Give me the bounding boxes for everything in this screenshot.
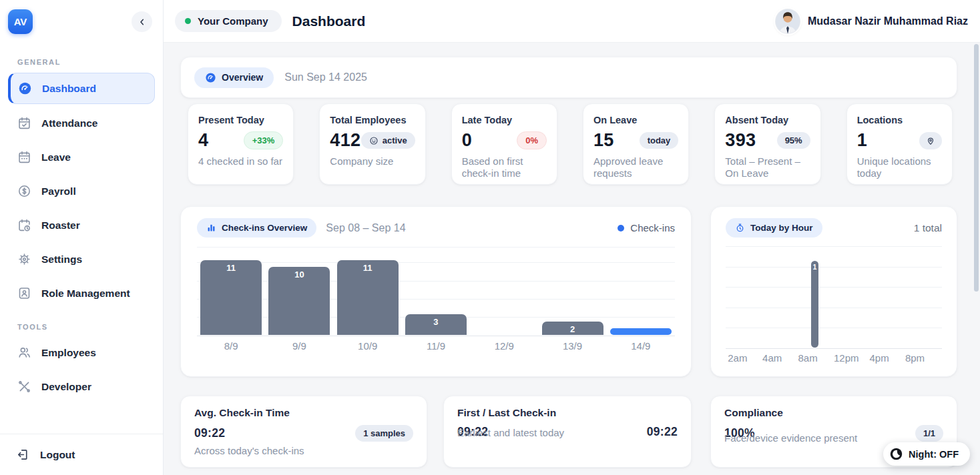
bar-value-label: 10: [294, 267, 304, 335]
users-icon: [17, 346, 31, 360]
sidebar-item-label: Settings: [41, 254, 82, 266]
sidebar-item-label: Role Management: [41, 288, 130, 300]
app-window: AV GENERAL Dashboard Attendance: [0, 0, 980, 475]
checkins-overview-card: Check-ins Overview Sep 08 – Sep 14 Check…: [180, 206, 692, 377]
sidebar-item-label: Roaster: [41, 219, 80, 231]
stat-subtitle: Company size: [330, 155, 415, 167]
gauge-icon: [205, 72, 216, 83]
summary-subtitle: Across today's check-ins: [194, 445, 413, 456]
summary-value: 09:22: [194, 426, 225, 440]
page-title: Dashboard: [292, 13, 366, 29]
bar-value-label: 11: [226, 260, 236, 335]
x-tick-label: 8/9: [197, 340, 265, 352]
stat-title: Present Today: [198, 115, 283, 125]
calendar-icon: [17, 150, 31, 164]
checkins-chart-title: Check-ins Overview: [222, 223, 307, 233]
stat-value: 412: [330, 131, 360, 149]
stat-subtitle: Based on first check-in time: [462, 155, 547, 180]
stat-title: Late Today: [462, 115, 547, 125]
company-name: Your Company: [198, 15, 268, 27]
legend-dot-icon: [618, 225, 624, 231]
x-tick-label: 8am: [798, 352, 818, 364]
hour-x-labels: 2am4am8am12pm4pm8pm: [726, 352, 942, 367]
sidebar-item-role-management[interactable]: Role Management: [8, 278, 155, 308]
sidebar-item-settings[interactable]: Settings: [8, 244, 155, 274]
sidebar-item-leave[interactable]: Leave: [8, 142, 155, 172]
hour-chart-badge: Today by Hour: [726, 218, 822, 238]
user-name: Mudasar Nazir Muhammad Riaz: [808, 15, 968, 27]
checkins-bars: 11101132: [197, 247, 675, 335]
sidebar-item-roaster[interactable]: Roaster: [8, 210, 155, 240]
user-menu[interactable]: Mudasar Nazir Muhammad Riaz: [775, 9, 968, 34]
scrollbar-thumb[interactable]: [974, 44, 979, 292]
bar-value-label: 11: [363, 260, 373, 335]
today-by-hour-card: Today by Hour 1 total 1 2am4am8am12pm4pm…: [710, 206, 957, 377]
chevron-left-icon: [137, 17, 148, 27]
nav-section-general: GENERAL: [17, 58, 146, 66]
calendar-clock-icon: [17, 218, 31, 232]
stat-value: 15: [593, 131, 614, 149]
sidebar-nav: GENERAL Dashboard Attendance Leave: [0, 38, 163, 434]
summary-title: First / Last Check-in: [457, 407, 678, 419]
stat-value: 4: [198, 131, 208, 149]
stat-subtitle: Approved leave requests: [593, 155, 678, 180]
sidebar-item-employees[interactable]: Employees: [8, 338, 155, 368]
sidebar-item-payroll[interactable]: Payroll: [8, 176, 155, 206]
stat-badge-label: active: [383, 135, 407, 145]
hour-chart-title: Today by Hour: [750, 223, 813, 233]
bar-chart-icon: [206, 223, 216, 233]
dashboard-content: Overview Sun Sep 14 2025 Present Today 4…: [164, 43, 980, 475]
app-logo: AV: [8, 9, 33, 34]
sidebar-item-dashboard[interactable]: Dashboard: [8, 73, 155, 104]
hour-plot: 1: [726, 246, 942, 348]
hour-bar-label: 1: [813, 263, 817, 348]
stat-value: 1: [857, 131, 867, 149]
checkins-bar: 11: [200, 260, 262, 335]
overview-badge: Overview: [194, 67, 274, 88]
stopwatch-icon: [735, 223, 745, 233]
summary-value-last: 09:22: [647, 425, 678, 439]
checkins-bar: 10: [268, 267, 330, 335]
checkins-bar: 3: [405, 314, 467, 335]
hour-bar: 1: [811, 261, 818, 348]
sidebar-item-label: Developer: [41, 381, 91, 393]
bar-slot: 11: [197, 247, 265, 335]
x-tick-label: 9/9: [265, 340, 333, 352]
summary-badge: 1 samples: [355, 425, 413, 442]
night-mode-label: Night: OFF: [909, 449, 959, 460]
smiley-icon: [369, 136, 379, 145]
checkins-date-range: Sep 08 – Sep 14: [326, 222, 405, 234]
checkins-bar: 11: [337, 260, 399, 335]
status-dot-icon: [185, 18, 191, 24]
logout-button[interactable]: Logout: [0, 434, 163, 475]
checkins-legend: Check-ins: [618, 222, 675, 233]
sidebar-item-label: Attendance: [41, 117, 97, 129]
bar-slot: 3: [402, 247, 470, 335]
sidebar-header: AV: [0, 0, 163, 38]
first-last-checkin-card: First / Last Check-in 09:22 09:22 Earlie…: [443, 396, 692, 468]
sidebar-item-developer[interactable]: Developer: [8, 372, 155, 402]
x-tick-label: 14/9: [607, 340, 675, 352]
sidebar-item-attendance[interactable]: Attendance: [8, 108, 155, 138]
stat-badge: active: [361, 132, 415, 149]
night-mode-toggle[interactable]: Night: OFF: [883, 442, 970, 466]
sidebar-item-label: Payroll: [41, 185, 76, 197]
bar-value-label: 3: [433, 314, 438, 335]
stat-title: Absent Today: [725, 115, 810, 125]
overview-card: Overview Sun Sep 14 2025: [180, 57, 957, 98]
logout-icon: [16, 448, 30, 462]
moon-icon: [889, 447, 903, 461]
bar-slot: 2: [538, 247, 606, 335]
stat-value: 393: [725, 131, 756, 149]
stat-value: 0: [462, 131, 472, 149]
x-tick-label: 12/9: [470, 340, 538, 352]
sidebar-collapse-button[interactable]: [132, 11, 152, 32]
overview-badge-label: Overview: [222, 72, 263, 83]
company-selector[interactable]: Your Company: [175, 10, 282, 32]
stat-badge: today: [640, 132, 679, 149]
summary-title: Compliance: [724, 407, 943, 419]
calendar-check-icon: [17, 116, 31, 130]
x-tick-label: 12pm: [834, 352, 859, 364]
checkins-bar: 2: [542, 322, 603, 335]
summary-badge: 1/1: [915, 425, 943, 442]
